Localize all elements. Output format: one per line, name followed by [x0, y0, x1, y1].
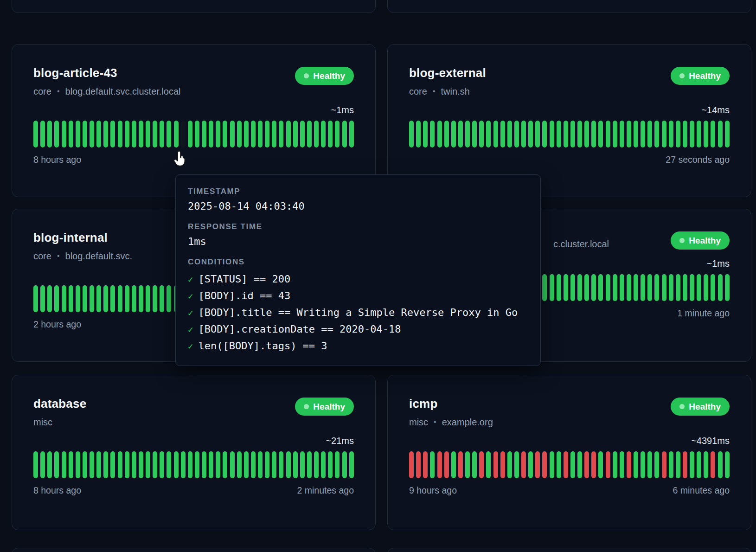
- uptime-bar[interactable]: [125, 121, 129, 148]
- uptime-bar[interactable]: [493, 451, 498, 478]
- uptime-bar[interactable]: [181, 121, 186, 148]
- uptime-bar[interactable]: [500, 451, 505, 478]
- uptime-bar[interactable]: [307, 121, 312, 148]
- uptime-bar[interactable]: [54, 121, 59, 148]
- uptime-bar[interactable]: [423, 121, 428, 148]
- uptime-bar[interactable]: [96, 121, 101, 148]
- uptime-bar[interactable]: [641, 451, 645, 478]
- uptime-bar[interactable]: [690, 451, 694, 478]
- uptime-bar[interactable]: [598, 121, 603, 148]
- uptime-bar[interactable]: [704, 274, 708, 301]
- uptime-bar[interactable]: [223, 121, 227, 148]
- uptime-bar[interactable]: [103, 121, 108, 148]
- uptime-bar[interactable]: [265, 451, 269, 478]
- uptime-bar[interactable]: [584, 121, 589, 148]
- endpoint-card-icmp[interactable]: icmp misc • example.org Healthy ~4391ms …: [387, 375, 751, 530]
- uptime-bar[interactable]: [237, 121, 242, 148]
- uptime-bar[interactable]: [300, 121, 305, 148]
- uptime-bar[interactable]: [139, 285, 143, 312]
- uptime-bar[interactable]: [195, 451, 199, 478]
- uptime-bar[interactable]: [697, 274, 701, 301]
- uptime-bar[interactable]: [465, 121, 470, 148]
- uptime-bar[interactable]: [697, 451, 701, 478]
- uptime-bar[interactable]: [237, 451, 242, 478]
- uptime-bar[interactable]: [620, 274, 624, 301]
- uptime-bar[interactable]: [704, 121, 708, 148]
- uptime-bar[interactable]: [598, 274, 603, 301]
- uptime-bar[interactable]: [647, 274, 652, 301]
- uptime-bar[interactable]: [272, 451, 276, 478]
- uptime-bar[interactable]: [167, 451, 171, 478]
- uptime-bar[interactable]: [118, 451, 122, 478]
- uptime-bar[interactable]: [251, 451, 256, 478]
- uptime-bar[interactable]: [416, 121, 421, 148]
- uptime-bar[interactable]: [718, 121, 723, 148]
- uptime-bar[interactable]: [718, 274, 723, 301]
- uptime-bar[interactable]: [286, 451, 291, 478]
- uptime-bar[interactable]: [669, 121, 673, 148]
- uptime-bar[interactable]: [33, 451, 38, 478]
- uptime-bar[interactable]: [132, 285, 136, 312]
- uptime-bar[interactable]: [725, 121, 730, 148]
- uptime-bar[interactable]: [409, 121, 414, 148]
- uptime-bar[interactable]: [500, 121, 505, 148]
- uptime-bar[interactable]: [654, 121, 659, 148]
- uptime-bar[interactable]: [54, 285, 59, 312]
- uptime-bar[interactable]: [627, 121, 631, 148]
- uptime-bar[interactable]: [641, 121, 645, 148]
- uptime-bar[interactable]: [47, 121, 52, 148]
- uptime-bar[interactable]: [613, 121, 617, 148]
- uptime-bar[interactable]: [493, 121, 498, 148]
- uptime-bar[interactable]: [669, 451, 673, 478]
- uptime-bar[interactable]: [62, 285, 66, 312]
- uptime-bar[interactable]: [550, 121, 554, 148]
- uptime-bar[interactable]: [83, 121, 87, 148]
- uptime-bar[interactable]: [146, 285, 150, 312]
- uptime-bar[interactable]: [591, 274, 596, 301]
- uptime-bar[interactable]: [174, 121, 179, 148]
- uptime-bar[interactable]: [613, 451, 617, 478]
- uptime-bar[interactable]: [676, 274, 680, 301]
- uptime-bar[interactable]: [153, 285, 157, 312]
- uptime-bar[interactable]: [118, 121, 122, 148]
- uptime-bar[interactable]: [62, 121, 66, 148]
- uptime-bar[interactable]: [125, 451, 129, 478]
- uptime-bar[interactable]: [416, 451, 421, 478]
- uptime-bar[interactable]: [153, 121, 157, 148]
- uptime-bar[interactable]: [293, 451, 298, 478]
- uptime-bar[interactable]: [90, 451, 94, 478]
- uptime-bar[interactable]: [132, 121, 136, 148]
- uptime-bar[interactable]: [535, 121, 540, 148]
- uptime-bar[interactable]: [160, 121, 164, 148]
- uptime-bar[interactable]: [542, 451, 547, 478]
- uptime-bar[interactable]: [47, 285, 52, 312]
- uptime-bar[interactable]: [90, 285, 94, 312]
- uptime-bar[interactable]: [195, 121, 199, 148]
- uptime-bar[interactable]: [634, 121, 638, 148]
- uptime-bar[interactable]: [430, 451, 435, 478]
- uptime-bar[interactable]: [174, 451, 179, 478]
- uptime-bar[interactable]: [451, 451, 456, 478]
- uptime-bar[interactable]: [683, 451, 687, 478]
- uptime-bar[interactable]: [591, 451, 596, 478]
- uptime-bar[interactable]: [321, 121, 326, 148]
- uptime-bar[interactable]: [577, 121, 582, 148]
- uptime-bar[interactable]: [110, 451, 115, 478]
- uptime-bar[interactable]: [54, 451, 59, 478]
- uptime-bar[interactable]: [577, 274, 582, 301]
- uptime-bar[interactable]: [606, 451, 610, 478]
- uptime-bar[interactable]: [521, 121, 526, 148]
- uptime-bar[interactable]: [437, 121, 442, 148]
- uptime-bar[interactable]: [146, 451, 150, 478]
- endpoint-card-database[interactable]: database misc Healthy ~21ms 8 hours ago …: [12, 375, 376, 530]
- uptime-bar[interactable]: [514, 451, 519, 478]
- uptime-bar[interactable]: [591, 121, 596, 148]
- uptime-bar[interactable]: [33, 121, 38, 148]
- uptime-bar[interactable]: [251, 121, 256, 148]
- uptime-bar[interactable]: [620, 451, 624, 478]
- uptime-bar[interactable]: [33, 285, 38, 312]
- uptime-bar[interactable]: [507, 121, 512, 148]
- uptime-bar[interactable]: [216, 121, 220, 148]
- uptime-bar[interactable]: [662, 451, 666, 478]
- uptime-bar[interactable]: [328, 451, 333, 478]
